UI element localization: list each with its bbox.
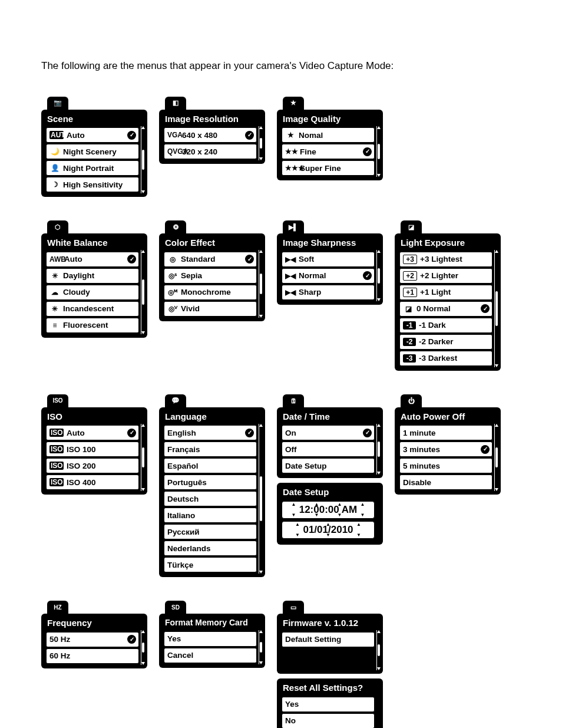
check-icon: ✓: [363, 429, 372, 437]
date-spinner[interactable]: ▲▲▲ 01/01/2010 ▼▼▼: [282, 521, 375, 539]
scrollbar[interactable]: [376, 250, 381, 301]
scrollbar[interactable]: [141, 250, 145, 334]
menu-item[interactable]: Cancel: [164, 648, 257, 663]
menu-item[interactable]: -3-3 Darkest: [399, 351, 492, 366]
option-label: 50 Hz: [49, 635, 70, 644]
option-label: Yes: [285, 700, 299, 709]
option-icon: -1: [403, 321, 416, 330]
menu-item[interactable]: VGA640 x 480✓: [164, 127, 257, 143]
menu-item[interactable]: ISOISO 400: [46, 475, 139, 490]
option-label: No: [285, 716, 296, 725]
calendar-icon: 🗓: [283, 394, 304, 407]
menu-item[interactable]: ◎Standard✓: [164, 252, 257, 267]
menu-item[interactable]: QVGA320 x 240: [164, 144, 257, 159]
menu-item[interactable]: AUTOAuto✓: [46, 127, 139, 143]
resolution-icon: ◧: [165, 97, 186, 110]
menu-item[interactable]: 50 Hz✓: [46, 632, 139, 647]
scrollbar[interactable]: [259, 126, 263, 161]
option-label: Sepia: [181, 271, 202, 280]
menu-item[interactable]: Deutsch: [164, 491, 257, 506]
menu-item[interactable]: ★★Fine✓: [282, 144, 375, 159]
option-label: Nederlands: [167, 544, 211, 553]
menu-item[interactable]: ★Nomal: [282, 127, 375, 143]
menu-item[interactable]: +2+2 Lighter: [399, 268, 492, 284]
menu-item[interactable]: 👤Night Portrait: [46, 160, 139, 176]
power-icon: ⏻: [401, 394, 422, 407]
menu-item[interactable]: +3+3 Lightest: [399, 252, 492, 267]
menu-item[interactable]: ◎ⱽVivid: [164, 301, 257, 317]
menu-title: Format Memory Card: [164, 617, 263, 631]
option-label: Incandescent: [63, 304, 114, 313]
scrollbar[interactable]: [259, 250, 263, 318]
menu-item[interactable]: English✓: [164, 425, 257, 440]
menu-item[interactable]: ISOAuto✓: [46, 425, 139, 440]
scrollbar[interactable]: [494, 250, 498, 367]
check-icon: ✓: [481, 304, 490, 313]
menu-item[interactable]: ◎ˢSepia: [164, 268, 257, 284]
menu-item[interactable]: Español: [164, 458, 257, 473]
option-label: ISO 400: [67, 478, 96, 487]
option-label: Off: [285, 445, 297, 454]
menu-item[interactable]: -2-2 Darker: [399, 334, 492, 350]
menu-item[interactable]: Off: [282, 442, 375, 457]
menu-item[interactable]: 5 minutes: [399, 458, 492, 473]
menu-firmware-column: ▭ Firmware v. 1.0.12 Default Setting Res…: [277, 601, 389, 728]
scrollbar[interactable]: [376, 126, 381, 177]
menu-item[interactable]: No: [282, 713, 375, 728]
menu-title: Light Exposure: [399, 237, 498, 252]
menu-item[interactable]: ▶◀Soft: [282, 252, 375, 267]
menu-item[interactable]: 60 Hz: [46, 648, 139, 664]
check-icon: ✓: [245, 255, 254, 263]
scrollbar[interactable]: [259, 630, 263, 664]
menu-item[interactable]: ☁Cloudy: [46, 285, 139, 300]
menu-item[interactable]: 3 minutes✓: [399, 442, 492, 457]
option-label: Soft: [299, 255, 314, 263]
menu-item[interactable]: Yes: [164, 631, 257, 647]
menu-title: Date Setup: [282, 486, 381, 501]
option-label: Standard: [181, 255, 216, 263]
option-label: Русский: [167, 528, 200, 536]
menu-item[interactable]: Nederlands: [164, 541, 257, 556]
scrollbar[interactable]: [141, 424, 145, 492]
menu-item[interactable]: 🌙Night Scenery: [46, 144, 139, 159]
menu-item[interactable]: ISOISO 200: [46, 458, 139, 473]
menu-item[interactable]: Yes: [282, 697, 375, 712]
time-spinner[interactable]: ▲▲▲▲ 12:00:00 AM ▼▼▼▼: [282, 501, 375, 519]
menu-item[interactable]: Default Setting: [282, 632, 375, 647]
menu-item[interactable]: ▶◀Normal✓: [282, 268, 375, 284]
menu-item[interactable]: ≡Fluorescent: [46, 318, 139, 333]
menu-item[interactable]: Türkçe: [164, 557, 257, 572]
option-label: 3 minutes: [403, 445, 440, 454]
option-label: Türkçe: [167, 561, 193, 569]
exposure-icon: ◪: [401, 220, 422, 233]
menu-item[interactable]: Disable: [399, 475, 492, 490]
menu-item[interactable]: ✳Incandescent: [46, 301, 139, 317]
option-icon: ISO: [49, 429, 64, 437]
menu-item[interactable]: Italiano: [164, 508, 257, 523]
scrollbar[interactable]: [376, 424, 381, 475]
menu-item[interactable]: ☀Daylight: [46, 268, 139, 284]
menu-format-card: SD Format Memory Card YesCancel: [159, 601, 271, 667]
menu-item[interactable]: ◪0 Normal✓: [399, 301, 492, 317]
option-icon: VGA: [167, 131, 179, 139]
menu-item[interactable]: ☽High Sensitivity: [46, 177, 139, 192]
menu-item[interactable]: Date Setup: [282, 458, 375, 473]
menu-item[interactable]: ISOISO 100: [46, 442, 139, 457]
menu-item[interactable]: -1-1 Dark: [399, 318, 492, 333]
scrollbar[interactable]: [141, 126, 145, 194]
menu-item[interactable]: +1+1 Light: [399, 285, 492, 300]
menu-item[interactable]: On✓: [282, 425, 375, 440]
scrollbar[interactable]: [376, 630, 381, 670]
menu-item[interactable]: Français: [164, 442, 257, 457]
menu-item[interactable]: Português: [164, 475, 257, 490]
scrollbar[interactable]: [259, 424, 263, 574]
menu-item[interactable]: AWBAuto✓: [46, 252, 139, 267]
menu-language: 💬 Language English✓FrançaisEspañolPortug…: [159, 394, 271, 578]
menu-item[interactable]: ◎ᴹMonochrome: [164, 285, 257, 300]
menu-item[interactable]: ★★★Super Fine: [282, 160, 375, 176]
menu-item[interactable]: ▶◀Sharp: [282, 285, 375, 300]
menu-item[interactable]: Русский: [164, 524, 257, 539]
menu-item[interactable]: 1 minute: [399, 425, 492, 440]
scrollbar[interactable]: [494, 424, 498, 492]
scrollbar[interactable]: [141, 630, 145, 665]
